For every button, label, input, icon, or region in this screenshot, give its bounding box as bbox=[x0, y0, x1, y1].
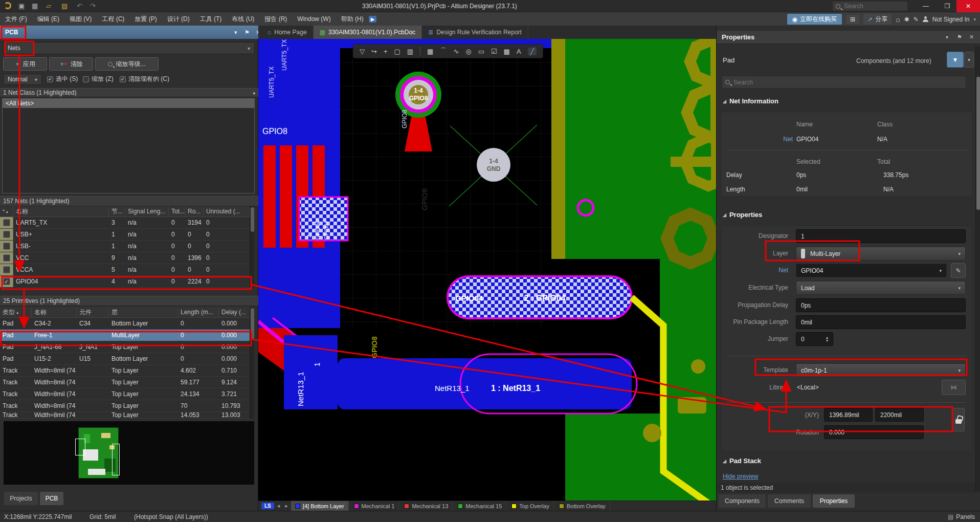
net-checkbox[interactable] bbox=[3, 243, 10, 250]
panels-button[interactable]: ▤ Panels bbox=[948, 513, 975, 520]
save-icon[interactable]: ▣ bbox=[18, 2, 25, 10]
zoom-level-button[interactable]: 缩放等级... bbox=[95, 57, 159, 71]
clear-existing-checkbox[interactable]: ✓ 清除现有的 (C) bbox=[120, 75, 169, 83]
menu-reports[interactable]: 报告 (R) bbox=[259, 13, 292, 26]
crosshair-icon[interactable]: + bbox=[384, 48, 388, 55]
panel-tab-comments[interactable]: Comments bbox=[768, 494, 811, 508]
workspace-button[interactable]: ⊞ bbox=[846, 15, 859, 24]
net-row-usb-minus[interactable]: USB-1n/a000 bbox=[0, 241, 254, 252]
highlight-icon[interactable]: ◎ bbox=[465, 48, 471, 55]
col-type[interactable]: 类型 bbox=[3, 308, 15, 317]
length-row-label[interactable]: Length bbox=[726, 186, 745, 193]
doc-tab-report[interactable]: ≣ Design Rule Verification Report bbox=[422, 26, 528, 39]
primitive-row-selected[interactable]: PadFree-1MultiLayer00.000 bbox=[0, 330, 254, 341]
minimap-viewport[interactable] bbox=[75, 439, 85, 455]
nets-table-header[interactable]: * ▴ 名称 节... Signal Leng... Tot... Ro... … bbox=[0, 206, 254, 217]
layer-tab-bottom-overlay[interactable]: Bottom Overlay bbox=[555, 501, 610, 511]
rule-check-icon[interactable]: ☑ bbox=[491, 48, 497, 55]
area-select-icon[interactable]: ▢ bbox=[394, 48, 400, 55]
menu-help[interactable]: 帮助 (H) bbox=[336, 13, 369, 26]
object-filter-button[interactable]: ▼ bbox=[947, 52, 964, 68]
feedback-pen-icon[interactable]: ✎ bbox=[914, 16, 919, 23]
primitive-row[interactable]: PadJ_NA1-66J_NA1Top Layer00.000 bbox=[0, 341, 254, 353]
panel-pin-icon[interactable]: ⚑ bbox=[957, 34, 962, 40]
nets-scrollbar[interactable] bbox=[250, 206, 254, 288]
zoom-checkbox[interactable]: 缩放 (Z) bbox=[83, 75, 114, 83]
share-button[interactable]: ↗ 分享 bbox=[863, 14, 892, 25]
net-class-list[interactable]: <All Nets> bbox=[2, 98, 255, 193]
layer-tab-bottom-layer[interactable]: [4] Bottom Layer bbox=[291, 501, 349, 511]
component-grid-icon[interactable]: ▦ bbox=[427, 48, 433, 55]
col-component[interactable]: 元件 bbox=[77, 307, 109, 317]
rotation-field[interactable]: 0.000 bbox=[824, 425, 924, 439]
y-coordinate-field[interactable]: 2200mil bbox=[875, 408, 924, 422]
text-string-icon[interactable]: A bbox=[517, 48, 521, 55]
panel-tab-pcb[interactable]: PCB bbox=[40, 492, 63, 505]
panel-tab-projects[interactable]: Projects bbox=[4, 492, 38, 505]
net-row-uart5-tx[interactable]: UART5_TX3n/a031940 bbox=[0, 217, 254, 229]
histogram-icon[interactable]: ▥ bbox=[407, 48, 413, 55]
col-name[interactable]: 名称 bbox=[13, 206, 109, 216]
sign-in-caret-icon[interactable]: ▾ bbox=[973, 17, 976, 22]
layer-prev-icon[interactable]: ◂ bbox=[275, 503, 282, 509]
redo-icon[interactable]: ↷ bbox=[90, 2, 96, 10]
panel-pin-icon[interactable]: ⚑ bbox=[244, 29, 250, 36]
col-delay[interactable]: Delay (... bbox=[219, 307, 254, 317]
col-nodes[interactable]: 节... bbox=[109, 206, 125, 216]
net-row-usb-plus[interactable]: USB+1n/a000 bbox=[0, 229, 254, 241]
section-net-information[interactable]: ◢ Net Information bbox=[723, 97, 778, 105]
menu-place[interactable]: 放置 (P) bbox=[129, 13, 162, 26]
open-project-icon[interactable]: ▨ bbox=[61, 2, 68, 10]
primitive-row[interactable]: TrackWidth=8mil (74Top Layer24.1343.721 bbox=[0, 388, 254, 400]
x-coordinate-field[interactable]: 1396.89mil bbox=[824, 408, 873, 422]
global-search[interactable] bbox=[832, 1, 908, 11]
col-routed[interactable]: Ro... bbox=[185, 206, 204, 216]
panel-close-icon[interactable]: ✕ bbox=[969, 34, 974, 40]
buy-online-button[interactable]: ◉ 立即在线购买 bbox=[787, 14, 842, 25]
menu-route[interactable]: 布线 (U) bbox=[227, 13, 259, 26]
layer-tab-mechanical-13[interactable]: Mechanical 13 bbox=[400, 501, 453, 511]
menu-project[interactable]: 工程 (C) bbox=[97, 13, 129, 26]
primitives-scrollbar[interactable] bbox=[250, 307, 254, 419]
maximize-button[interactable]: ❐ bbox=[937, 0, 957, 12]
section-properties[interactable]: ◢ Properties bbox=[723, 211, 762, 219]
col-layer[interactable]: 层 bbox=[109, 307, 178, 317]
pcb-canvas[interactable]: GPIO8 1-4 GPIO8 1-4 GND UART5_TX UART5_T… bbox=[258, 39, 716, 501]
net-row-gpio04[interactable]: ✓ GPIO044n/a022240 bbox=[0, 276, 254, 288]
primitives-table-header[interactable]: 类型 ▴ 名称 元件 层 Length (m... Delay (... bbox=[0, 307, 254, 318]
primitive-row[interactable]: TrackWidth=8mil (74Top Layer59.1779.124 bbox=[0, 377, 254, 388]
apply-button[interactable]: ▼ 应用 bbox=[3, 57, 47, 71]
doc-tab-home[interactable]: ⌂ Home Page bbox=[261, 26, 314, 39]
propagation-delay-field[interactable]: 0ps bbox=[796, 298, 966, 312]
select-checkbox[interactable]: ✓ 选中 (S) bbox=[47, 75, 78, 83]
net-checkbox[interactable] bbox=[3, 266, 10, 273]
section-pad-stack[interactable]: ◢ Pad Stack bbox=[723, 457, 761, 465]
net-name-value[interactable]: GPIO04 bbox=[796, 136, 818, 143]
board-icon[interactable]: ▭ bbox=[478, 48, 484, 55]
menu-view[interactable]: 视图 (V) bbox=[64, 13, 97, 26]
menu-design[interactable]: 设计 (D) bbox=[162, 13, 195, 26]
jumper-stepper[interactable]: 0 ▴▾ bbox=[796, 332, 833, 346]
col-total[interactable]: Tot... bbox=[169, 206, 185, 216]
panel-mode-select[interactable]: Nets ▾ bbox=[3, 42, 255, 54]
mask-icon[interactable]: ▩ bbox=[504, 48, 510, 55]
search-input[interactable] bbox=[843, 2, 904, 10]
hide-preview-link[interactable]: Hide preview bbox=[723, 473, 758, 480]
arc-icon[interactable]: ⌒ bbox=[440, 47, 447, 56]
edit-net-button[interactable]: ✎ bbox=[951, 263, 966, 278]
net-row-vcca[interactable]: VCCA5n/a000 bbox=[0, 264, 254, 276]
properties-scrollbar[interactable] bbox=[975, 46, 980, 491]
home-icon[interactable]: ⌂ bbox=[896, 15, 900, 24]
minimize-button[interactable]: — bbox=[916, 0, 936, 12]
net-select[interactable]: GPIO04 ▾ bbox=[796, 264, 947, 277]
close-button[interactable]: ✕ bbox=[956, 0, 980, 12]
panel-collapse-icon[interactable]: ▾ bbox=[234, 29, 237, 36]
undo-icon[interactable]: ↶ bbox=[77, 2, 82, 10]
menu-window[interactable]: Window (W) bbox=[292, 13, 336, 25]
primitive-row[interactable]: PadC34-2C34Bottom Layer00.000 bbox=[0, 318, 254, 330]
menu-file[interactable]: 文件 (F) bbox=[0, 13, 32, 26]
filter-icon[interactable]: ▽ bbox=[360, 48, 365, 55]
menu-edit[interactable]: 编辑 (E) bbox=[32, 13, 64, 26]
properties-search-input[interactable] bbox=[732, 78, 963, 86]
primitive-row[interactable]: PadU15-2U15Bottom Layer00.000 bbox=[0, 353, 254, 365]
